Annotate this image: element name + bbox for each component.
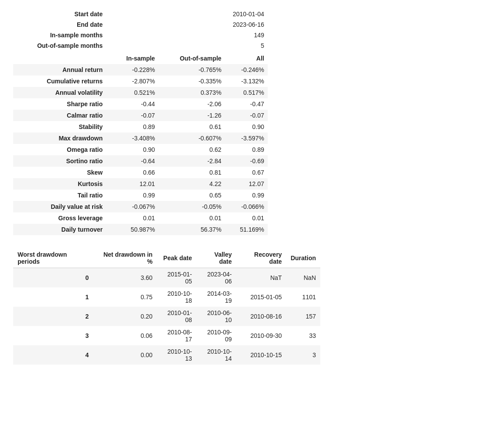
stats-row-in-sample: -0.64 bbox=[110, 155, 158, 167]
drawdown-row-recovery: NaT bbox=[236, 268, 286, 288]
stats-row-label: Stability bbox=[13, 121, 110, 133]
stats-row-label: Sharpe ratio bbox=[13, 98, 110, 110]
stats-row-out-of-sample: 0.01 bbox=[158, 212, 225, 224]
drawdown-row-idx: 1 bbox=[13, 287, 93, 307]
drawdown-row-net: 0.75 bbox=[93, 287, 157, 307]
drawdown-row: 0 3.60 2015-01-05 2023-04-06 NaT NaN bbox=[13, 268, 320, 288]
drawdown-row-idx: 2 bbox=[13, 307, 93, 326]
drawdown-row-duration: 3 bbox=[286, 345, 320, 365]
stats-row-out-of-sample: 0.62 bbox=[158, 144, 225, 155]
stats-row: Gross leverage 0.01 0.01 0.01 bbox=[13, 212, 268, 224]
in-sample-months-label: In-sample months bbox=[13, 30, 110, 40]
start-date-row: Start date 2010-01-04 bbox=[13, 9, 268, 19]
drawdown-row-peak: 2010-10-13 bbox=[157, 345, 197, 365]
stats-row-in-sample: 0.99 bbox=[110, 190, 158, 201]
stats-row-out-of-sample: 0.61 bbox=[158, 121, 225, 133]
stats-row: Daily value at risk -0.067% -0.05% -0.06… bbox=[13, 201, 268, 212]
drawdown-row-net: 3.60 bbox=[93, 268, 157, 288]
stats-row-all: 0.90 bbox=[225, 121, 268, 133]
stats-header-row: In-sample Out-of-sample All bbox=[13, 53, 268, 64]
out-of-sample-months-label: Out-of-sample months bbox=[13, 40, 110, 51]
stats-row-out-of-sample: -0.765% bbox=[158, 64, 225, 75]
stats-row-in-sample: 0.66 bbox=[110, 167, 158, 178]
stats-row-out-of-sample: -2.06 bbox=[158, 98, 225, 110]
drawdown-header-row: Worst drawdown periods Net drawdown in %… bbox=[13, 248, 320, 268]
stats-row-all: -3.132% bbox=[225, 75, 268, 87]
stats-row-out-of-sample: 0.65 bbox=[158, 190, 225, 201]
stats-row-out-of-sample: -1.26 bbox=[158, 110, 225, 121]
drawdown-col-net: Net drawdown in % bbox=[93, 248, 157, 268]
stats-row-all: 0.01 bbox=[225, 212, 268, 224]
stats-row-all: -0.69 bbox=[225, 155, 268, 167]
stats-row-in-sample: -0.07 bbox=[110, 110, 158, 121]
stats-row: Annual volatility 0.521% 0.373% 0.517% bbox=[13, 87, 268, 98]
drawdown-row-duration: 33 bbox=[286, 326, 320, 345]
drawdown-col-valley: Valley date bbox=[196, 248, 236, 268]
drawdown-row-valley: 2010-09-09 bbox=[196, 326, 236, 345]
drawdown-row-valley: 2010-06-10 bbox=[196, 307, 236, 326]
col-out-of-sample-header: Out-of-sample bbox=[158, 53, 225, 64]
stats-row-label: Calmar ratio bbox=[13, 110, 110, 121]
drawdown-row-net: 0.00 bbox=[93, 345, 157, 365]
stats-row-in-sample: -0.44 bbox=[110, 98, 158, 110]
stats-row-label: Omega ratio bbox=[13, 144, 110, 155]
drawdown-row-duration: NaN bbox=[286, 268, 320, 288]
stats-row-all: 12.07 bbox=[225, 178, 268, 190]
in-sample-months-row: In-sample months 149 bbox=[13, 30, 268, 40]
stats-row-label: Skew bbox=[13, 167, 110, 178]
stats-row-in-sample: -3.408% bbox=[110, 133, 158, 144]
stats-row-out-of-sample: -0.05% bbox=[158, 201, 225, 212]
col-label-header bbox=[13, 53, 110, 64]
stats-row-all: 51.169% bbox=[225, 224, 268, 235]
drawdown-col-idx: Worst drawdown periods bbox=[13, 248, 93, 268]
stats-row-in-sample: 50.987% bbox=[110, 224, 158, 235]
stats-row-out-of-sample: -0.335% bbox=[158, 75, 225, 87]
stats-row: Kurtosis 12.01 4.22 12.07 bbox=[13, 178, 268, 190]
stats-row-in-sample: -0.067% bbox=[110, 201, 158, 212]
out-of-sample-months-row: Out-of-sample months 5 bbox=[13, 40, 268, 51]
stats-row-label: Kurtosis bbox=[13, 178, 110, 190]
drawdown-col-duration: Duration bbox=[286, 248, 320, 268]
drawdown-row-peak: 2010-08-17 bbox=[157, 326, 197, 345]
stats-row-label: Sortino ratio bbox=[13, 155, 110, 167]
end-date-value: 2023-06-16 bbox=[110, 19, 268, 30]
stats-row-out-of-sample: 4.22 bbox=[158, 178, 225, 190]
stats-row-label: Gross leverage bbox=[13, 212, 110, 224]
drawdown-row-net: 0.06 bbox=[93, 326, 157, 345]
drawdown-row-peak: 2010-10-18 bbox=[157, 287, 197, 307]
stats-row: Cumulative returns -2.807% -0.335% -3.13… bbox=[13, 75, 268, 87]
drawdown-row-idx: 3 bbox=[13, 326, 93, 345]
drawdown-row: 1 0.75 2010-10-18 2014-03-19 2015-01-05 … bbox=[13, 287, 320, 307]
stats-row-all: -3.597% bbox=[225, 133, 268, 144]
col-in-sample-header: In-sample bbox=[110, 53, 158, 64]
end-date-label: End date bbox=[13, 19, 110, 30]
drawdown-row-duration: 1101 bbox=[286, 287, 320, 307]
stats-row-label: Tail ratio bbox=[13, 190, 110, 201]
stats-row-all: 0.99 bbox=[225, 190, 268, 201]
in-sample-months-value: 149 bbox=[110, 30, 268, 40]
drawdown-row: 2 0.20 2010-01-08 2010-06-10 2010-08-16 … bbox=[13, 307, 320, 326]
stats-row-in-sample: 0.521% bbox=[110, 87, 158, 98]
stats-row-out-of-sample: 0.81 bbox=[158, 167, 225, 178]
drawdown-row-idx: 0 bbox=[13, 268, 93, 288]
drawdown-row-duration: 157 bbox=[286, 307, 320, 326]
start-date-value: 2010-01-04 bbox=[110, 9, 268, 19]
stats-row-label: Annual volatility bbox=[13, 87, 110, 98]
stats-table: In-sample Out-of-sample All Annual retur… bbox=[13, 53, 268, 235]
stats-row-in-sample: 0.89 bbox=[110, 121, 158, 133]
drawdown-row-net: 0.20 bbox=[93, 307, 157, 326]
stats-row-in-sample: -0.228% bbox=[110, 64, 158, 75]
stats-row: Max drawdown -3.408% -0.607% -3.597% bbox=[13, 133, 268, 144]
drawdown-row: 3 0.06 2010-08-17 2010-09-09 2010-09-30 … bbox=[13, 326, 320, 345]
stats-row-all: -0.246% bbox=[225, 64, 268, 75]
col-all-header: All bbox=[225, 53, 268, 64]
drawdown-row-recovery: 2010-09-30 bbox=[236, 326, 286, 345]
stats-row-out-of-sample: 56.37% bbox=[158, 224, 225, 235]
meta-table: Start date 2010-01-04 End date 2023-06-1… bbox=[13, 9, 268, 51]
stats-row: Sortino ratio -0.64 -2.84 -0.69 bbox=[13, 155, 268, 167]
drawdown-row: 4 0.00 2010-10-13 2010-10-14 2010-10-15 … bbox=[13, 345, 320, 365]
stats-row-all: -0.066% bbox=[225, 201, 268, 212]
start-date-label: Start date bbox=[13, 9, 110, 19]
drawdown-row-recovery: 2010-08-16 bbox=[236, 307, 286, 326]
stats-row-in-sample: 0.90 bbox=[110, 144, 158, 155]
